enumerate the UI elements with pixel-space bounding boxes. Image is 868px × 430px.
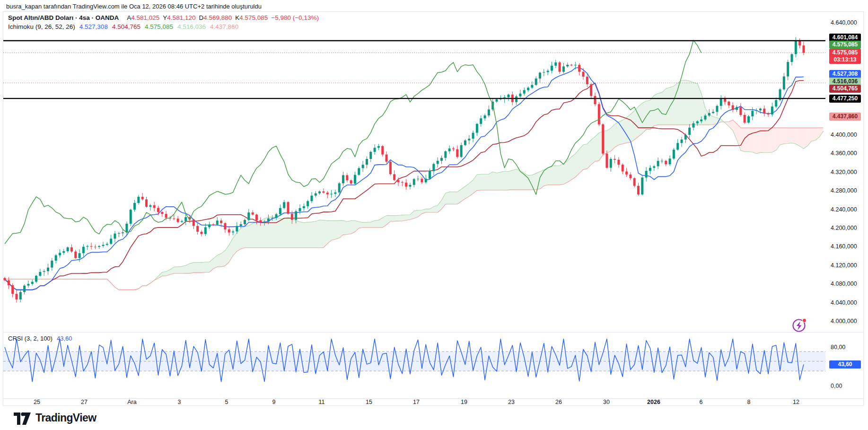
time-axis-label: 5 — [225, 399, 228, 405]
price-axis-label: 4.320,000 — [831, 169, 857, 176]
price-axis-label: 4.360,000 — [831, 150, 857, 157]
last-price-countdown-badge: 4.575,08503:13:13 — [829, 49, 861, 64]
open-label: A — [127, 14, 131, 21]
time-axis-label: 3 — [178, 399, 181, 405]
price-axis-label: 4.160,000 — [831, 243, 857, 250]
tradingview-snapshot: busra_kapan tarafından TradingView.com i… — [0, 0, 868, 430]
price-axis-label: 4.000,000 — [831, 318, 857, 325]
price-axis-label: 4.280,000 — [831, 187, 857, 194]
price-axis-label: 4.640,000 — [831, 19, 857, 26]
crsi-title[interactable]: CRSI (3, 2, 100) — [8, 335, 53, 342]
chart-plot-area[interactable]: 4.640,0004.400,0004.360,0004.320,0004.28… — [0, 0, 868, 430]
time-axis-label: Ara — [127, 399, 137, 405]
tradingview-logo-mark — [13, 410, 31, 425]
crsi-legend-row[interactable]: CRSI (3, 2, 100)43,60 — [8, 335, 72, 342]
time-axis-label: 23 — [508, 399, 515, 405]
kijun-value: 4.504,765 — [112, 23, 140, 30]
senkou-a-value: 4.516,036 — [177, 23, 206, 30]
close-value: 4.575,085 — [239, 14, 268, 21]
time-axis-label: 9 — [272, 399, 276, 405]
main-pane[interactable] — [4, 37, 824, 303]
tenkan-value: 4.527,308 — [79, 23, 108, 30]
time-axis-label: 11 — [319, 399, 325, 405]
crsi-value: 43,60 — [57, 335, 72, 342]
time-axis-label: 8 — [747, 399, 751, 405]
time-axis-label: 17 — [413, 399, 420, 405]
symbol-legend-row[interactable]: Spot Altın/ABD Doları · 4sa · OANDAA4.58… — [8, 14, 319, 21]
tenkan-badge: 4.527,308 — [829, 70, 861, 78]
tradingview-logo[interactable]: TradingView — [13, 410, 96, 425]
price-axis-label: 4.120,000 — [831, 262, 857, 269]
low-value: 4.569,880 — [203, 14, 232, 21]
black-line-upper-badge: 4.601,084 — [829, 34, 861, 42]
crsi-axis-label: 80,00 — [831, 344, 845, 351]
ichimoku-legend-row[interactable]: Ichimoku (9, 26, 52, 26)4.527,3084.504,7… — [8, 23, 238, 30]
time-axis[interactable]: 2527Ara3591115171923263020266812 — [34, 399, 799, 405]
crsi-axis-label: 0,00 — [831, 383, 842, 389]
low-label: D — [199, 14, 203, 21]
time-axis-label: 12 — [793, 399, 799, 405]
time-axis-label: 19 — [461, 399, 467, 405]
senkou-b-badge: 4.437,860 — [829, 113, 861, 121]
close-label: K — [235, 14, 239, 21]
flash-alert-icon[interactable] — [793, 319, 807, 332]
price-axis-label: 4.040,000 — [831, 299, 857, 306]
crsi-value-badge: 43,60 — [829, 360, 861, 369]
symbol-title[interactable]: Spot Altın/ABD Doları · 4sa · OANDA — [8, 14, 119, 21]
time-axis-label: 2026 — [647, 399, 660, 405]
time-axis-label: 6 — [700, 399, 703, 405]
ichimoku-title[interactable]: Ichimoku (9, 26, 52, 26) — [8, 23, 75, 30]
black-line-lower-badge: 4.477,250 — [829, 95, 861, 103]
high-label: Y — [163, 14, 167, 21]
candlesticks[interactable] — [4, 37, 805, 303]
senkou-b-line — [5, 120, 824, 290]
senkou-b-value: 4.437,860 — [210, 23, 238, 30]
tradingview-logo-text: TradingView — [35, 412, 96, 424]
time-axis-label: 25 — [34, 399, 40, 405]
chikou-value: 4.575,085 — [145, 23, 173, 30]
open-value: 4.581,025 — [131, 14, 159, 21]
time-axis-label: 26 — [555, 399, 562, 405]
price-axis-label: 4.240,000 — [831, 206, 857, 213]
price-axis-label: 4.080,000 — [831, 281, 857, 287]
high-value: 4.581,120 — [167, 14, 195, 21]
time-axis-label: 27 — [81, 399, 88, 405]
time-axis-label: 15 — [366, 399, 372, 405]
time-axis-label: 30 — [603, 399, 610, 405]
kijun-badge: 4.504,765 — [829, 85, 861, 93]
change-value: −5,980 (−0,13%) — [271, 14, 319, 21]
price-axis-label: 4.200,000 — [831, 225, 857, 231]
price-axis-label: 4.400,000 — [831, 132, 857, 138]
footer-bar: TradingView — [0, 406, 868, 430]
chikou-badge: 4.575,085 — [829, 41, 861, 49]
